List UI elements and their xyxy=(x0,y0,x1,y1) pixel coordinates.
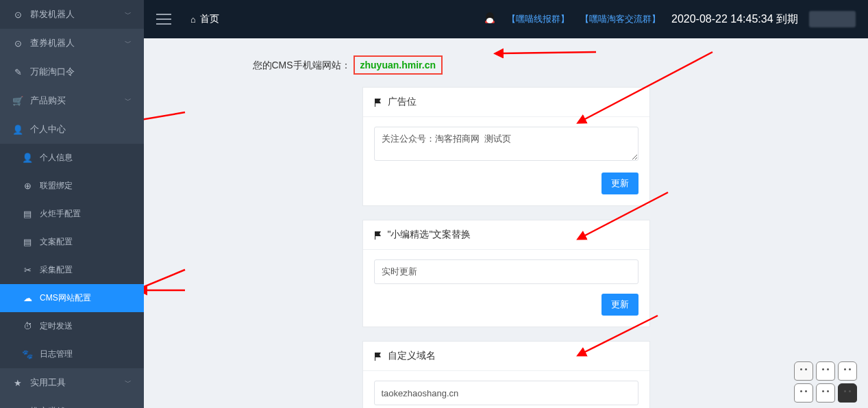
paw-icon: 🐾 xyxy=(22,349,33,359)
site-url-line: 您的CMS手机端网站： zhuyuan.hmir.cn xyxy=(253,55,760,75)
ad-textarea[interactable] xyxy=(374,127,638,161)
robot-icon: ⊙ xyxy=(12,10,23,20)
submenu-label: 火炬手配置 xyxy=(40,208,81,220)
svg-line-4 xyxy=(144,270,185,288)
link-taoke-group[interactable]: 【嘿喵淘客交流群】 xyxy=(580,13,660,25)
submenu-label: 定时发送 xyxy=(40,320,73,332)
card-title: 自定义域名 xyxy=(388,350,436,362)
content-area: 您的CMS手机端网站： zhuyuan.hmir.cn 广告位 更新 xyxy=(144,38,868,408)
mascot-icon[interactable] xyxy=(838,383,857,403)
submenu-label: 个人信息 xyxy=(40,152,73,164)
chevron-down-icon: ﹀ xyxy=(125,10,132,19)
submenu-label: 文案配置 xyxy=(40,236,73,248)
flag-icon xyxy=(374,98,382,106)
update-button[interactable]: 更新 xyxy=(602,294,638,316)
link-report-group[interactable]: 【嘿喵线报群】 xyxy=(507,13,569,25)
user-icon: 👤 xyxy=(12,125,23,135)
menu-label: 群发机器人 xyxy=(30,8,125,21)
card-custom-domain: 自定义域名 更新 xyxy=(362,341,650,408)
card-header: 广告位 xyxy=(363,88,649,117)
submenu-collect-config[interactable]: ✂ 采集配置 xyxy=(0,256,144,284)
menu-group-bot[interactable]: ⊙ 群发机器人 ﹀ xyxy=(0,0,144,29)
hamburger-icon[interactable] xyxy=(156,14,171,25)
menu-label: 查券机器人 xyxy=(30,37,125,49)
mascot-icon[interactable] xyxy=(794,361,813,381)
text-replace-input[interactable] xyxy=(374,259,638,284)
submenu-log[interactable]: 🐾 日志管理 xyxy=(0,340,144,368)
submenu-schedule[interactable]: ⏱ 定时发送 xyxy=(0,312,144,340)
sidebar: ⊙ 群发机器人 ﹀ ⊙ 查券机器人 ﹀ ✎ 万能淘口令 🛒 产品购买 ﹀ 👤 个… xyxy=(0,0,144,408)
menu-taokoling[interactable]: ✎ 万能淘口令 xyxy=(0,58,144,86)
submenu-union-bind[interactable]: ⊕ 联盟绑定 xyxy=(0,172,144,200)
menu-label: 产品购买 xyxy=(30,94,125,107)
submenu-copy-config[interactable]: ▤ 文案配置 xyxy=(0,228,144,256)
list-icon: ▤ xyxy=(22,237,33,247)
submenu-cms-config[interactable]: ☁ CMS网站配置 xyxy=(0,284,144,312)
home-link[interactable]: ⌂ 首页 xyxy=(190,13,219,25)
menu-coupon-bot[interactable]: ⊙ 查券机器人 ﹀ xyxy=(0,29,144,58)
flag-icon xyxy=(374,231,382,239)
menu-label: 个人中心 xyxy=(30,123,132,136)
mascot-icon[interactable] xyxy=(816,383,835,403)
svg-line-1 xyxy=(500,52,596,53)
magic-icon: ✎ xyxy=(12,67,23,77)
menu-label: 推广赚钱 xyxy=(30,405,132,408)
scissors-icon: ✂ xyxy=(22,265,33,275)
user-avatar[interactable] xyxy=(809,11,856,27)
menu-promote[interactable]: ⟳ 推广赚钱 xyxy=(0,397,144,408)
chevron-down-icon: ﹀ xyxy=(125,378,132,387)
card-header: "小编精选"文案替换 xyxy=(363,220,649,250)
chevron-down-icon: ﹀ xyxy=(125,96,132,105)
star-icon: ★ xyxy=(12,378,23,388)
chevron-down-icon: ﹀ xyxy=(125,38,132,48)
mascot-icon[interactable] xyxy=(816,361,835,381)
card-title: "小编精选"文案替换 xyxy=(388,229,471,241)
mascot-widgets xyxy=(794,361,863,403)
menu-label: 实用工具 xyxy=(30,377,125,389)
card-header: 自定义域名 xyxy=(363,342,649,371)
topbar: ⌂ 首页 【嘿喵线报群】 【嘿喵淘客交流群】 2020-08-22 14:45:… xyxy=(144,0,868,38)
mascot-icon[interactable] xyxy=(794,383,813,403)
user-icon: 👤 xyxy=(22,153,33,163)
clock-icon: ⏱ xyxy=(22,321,33,331)
flag-icon xyxy=(374,352,382,360)
home-label: 首页 xyxy=(200,13,219,25)
home-icon: ⌂ xyxy=(190,14,196,25)
domain-input[interactable] xyxy=(374,381,638,405)
submenu-label: 联盟绑定 xyxy=(40,180,73,192)
menu-tools[interactable]: ★ 实用工具 ﹀ xyxy=(0,368,144,397)
cloud-icon: ☁ xyxy=(22,293,33,303)
qq-icon xyxy=(484,12,496,26)
expiry-text: 2020-08-22 14:45:34 到期 xyxy=(671,12,798,27)
mascot-icon[interactable] xyxy=(838,361,857,381)
submenu-label: 采集配置 xyxy=(40,264,73,276)
site-url-value[interactable]: zhuyuan.hmir.cn xyxy=(354,55,443,75)
card-ad: 广告位 更新 xyxy=(362,87,650,206)
menu-label: 万能淘口令 xyxy=(30,66,132,78)
submenu-torch-config[interactable]: ▤ 火炬手配置 xyxy=(0,200,144,228)
submenu-label: 日志管理 xyxy=(40,348,73,360)
robot-icon: ⊙ xyxy=(12,38,23,49)
update-button[interactable]: 更新 xyxy=(602,173,638,194)
submenu-personal-info[interactable]: 👤 个人信息 xyxy=(0,144,144,172)
cart-icon: 🛒 xyxy=(12,96,23,106)
site-url-prefix: 您的CMS手机端网站： xyxy=(253,60,351,71)
card-title: 广告位 xyxy=(388,96,417,108)
svg-line-2 xyxy=(144,112,185,120)
link-icon: ⊕ xyxy=(22,181,33,191)
submenu-label: CMS网站配置 xyxy=(40,292,91,304)
card-text-replace: "小编精选"文案替换 更新 xyxy=(362,220,650,327)
menu-purchase[interactable]: 🛒 产品购买 ﹀ xyxy=(0,86,144,115)
menu-profile[interactable]: 👤 个人中心 xyxy=(0,115,144,144)
list-icon: ▤ xyxy=(22,209,33,219)
